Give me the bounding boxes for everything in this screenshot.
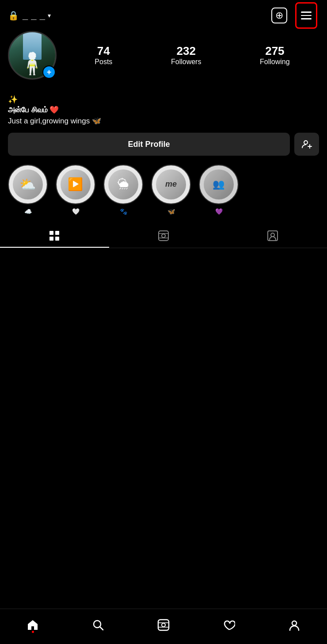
followers-stat[interactable]: 232 Followers (171, 45, 201, 66)
highlight-item-1[interactable]: ⛅ ☁️ (8, 165, 48, 215)
followers-count: 232 (177, 45, 196, 58)
dropdown-arrow-icon[interactable]: ▾ (48, 12, 51, 19)
add-person-icon (301, 139, 312, 150)
lock-icon: 🔒 (8, 10, 19, 21)
highlight-item-5[interactable]: 👥 💜 (199, 165, 239, 215)
highlight-circle-4: me (151, 165, 191, 204)
edit-section: Edit Profile (0, 133, 327, 165)
edit-profile-button[interactable]: Edit Profile (8, 133, 290, 156)
menu-icon-box (295, 2, 317, 29)
top-bar-right: ⊕ (270, 0, 319, 31)
highlight-item-3[interactable]: 🌦 🐾 (103, 165, 143, 215)
svg-point-19 (292, 621, 297, 625)
tab-grid[interactable] (0, 224, 109, 248)
nav-reels-icon (157, 619, 170, 631)
home-icon (27, 619, 39, 631)
posts-count: 74 (97, 45, 110, 58)
highlight-label-5: 💜 (215, 208, 223, 215)
nav-home[interactable] (27, 619, 39, 631)
profile-row: + 74 Posts 232 Followers 275 Following (8, 31, 319, 80)
sparkles-decoration: ✨ (8, 95, 319, 104)
highlight-icon-5: 👥 (213, 179, 224, 190)
highlight-label-2: 🤍 (72, 208, 80, 215)
heart-icon (223, 619, 235, 631)
highlight-icon-4: me (165, 180, 177, 189)
nav-search[interactable] (92, 619, 104, 631)
nav-likes[interactable] (223, 619, 235, 631)
svg-line-14 (100, 627, 103, 630)
highlight-inner-2: ▶️ (61, 169, 91, 200)
highlight-label-3: 🐾 (120, 208, 127, 215)
grid-icon (49, 230, 60, 242)
following-label: Following (260, 58, 290, 66)
posts-stat[interactable]: 74 Posts (95, 45, 112, 66)
search-icon (92, 619, 104, 631)
menu-button[interactable] (293, 0, 319, 31)
tagged-icon (267, 230, 278, 242)
bio-text: Just a girl,growing wings 🦋 (8, 116, 319, 126)
nav-profile[interactable] (288, 619, 300, 631)
profile-section: + 74 Posts 232 Followers 275 Following (0, 31, 327, 95)
svg-rect-6 (55, 237, 59, 241)
highlight-label-1: ☁️ (24, 208, 32, 215)
highlight-icon-3: 🌦 (118, 177, 129, 191)
followers-label: Followers (171, 58, 201, 66)
highlight-icon-2: ▶️ (68, 177, 83, 192)
stats-row: 74 Posts 232 Followers 275 Following (65, 45, 319, 66)
svg-rect-7 (159, 231, 168, 241)
highlight-inner-4: me (156, 169, 186, 200)
bio-name: அன்பே சிவம் ❤️ (8, 105, 319, 115)
highlight-circle-1: ⛅ (8, 165, 48, 204)
following-stat[interactable]: 275 Following (260, 45, 290, 66)
highlight-label-4: 🦋 (167, 208, 175, 215)
username-text: _ _ _ (23, 10, 45, 21)
following-count: 275 (265, 45, 284, 58)
posts-label: Posts (95, 58, 112, 66)
bottom-nav (0, 609, 327, 644)
highlight-item-4[interactable]: me 🦋 (151, 165, 191, 215)
plus-icon: ⊕ (275, 10, 283, 21)
add-friend-button[interactable] (294, 133, 319, 156)
highlight-inner-3: 🌦 (108, 169, 139, 200)
nav-profile-icon (288, 619, 300, 631)
svg-rect-15 (158, 620, 169, 630)
svg-point-12 (271, 233, 274, 237)
svg-rect-4 (55, 231, 59, 235)
tabs-row (0, 224, 327, 248)
avatar-container: + (8, 31, 57, 80)
highlights-section: ⛅ ☁️ ▶️ 🤍 🌦 🐾 me 🦋 (0, 165, 327, 224)
highlight-item-2[interactable]: ▶️ 🤍 (56, 165, 95, 215)
svg-point-8 (162, 234, 165, 238)
svg-rect-5 (49, 237, 53, 241)
highlight-circle-3: 🌦 (103, 165, 143, 204)
highlight-circle-2: ▶️ (56, 165, 95, 204)
add-icon-box: ⊕ (271, 8, 287, 23)
nav-reels[interactable] (157, 619, 170, 631)
top-bar: 🔒 _ _ _ ▾ ⊕ (0, 0, 327, 31)
tab-tagged[interactable] (218, 224, 327, 248)
username-area: _ _ _ ▾ (23, 10, 51, 21)
hamburger-icon (301, 12, 312, 19)
highlight-icon-1: ⛅ (19, 176, 36, 192)
add-post-button[interactable]: ⊕ (270, 6, 289, 25)
svg-rect-3 (49, 231, 53, 235)
tab-reels[interactable] (109, 224, 218, 248)
svg-point-16 (162, 623, 165, 627)
highlight-inner-1: ⛅ (13, 169, 43, 200)
highlight-circle-5: 👥 (199, 165, 239, 204)
content-area (0, 248, 327, 514)
add-story-button[interactable]: + (42, 65, 56, 79)
top-bar-left: 🔒 _ _ _ ▾ (8, 10, 51, 21)
highlight-inner-5: 👥 (204, 169, 234, 200)
home-dot-indicator (32, 631, 34, 633)
reels-icon (158, 230, 169, 242)
bio-section: ✨ அன்பே சிவம் ❤️ Just a girl,growing win… (0, 95, 327, 133)
svg-point-0 (304, 141, 308, 144)
